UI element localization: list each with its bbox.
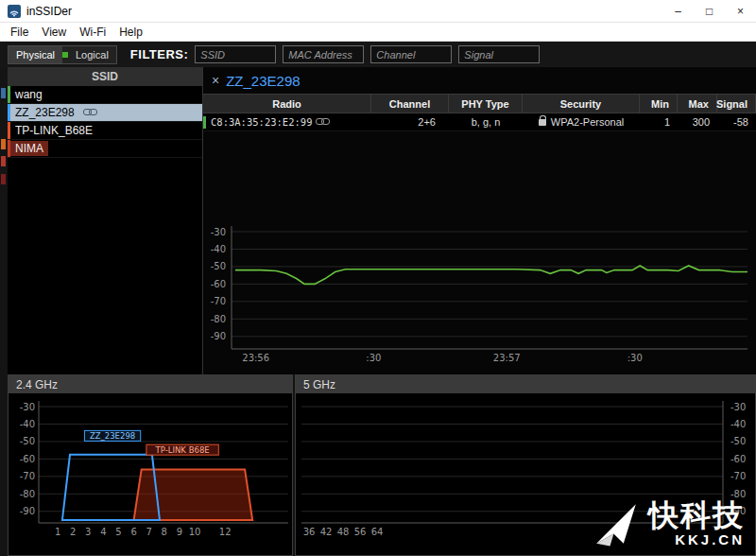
kkj-watermark: 快科技 KKJ.CN: [592, 499, 745, 548]
radio-cell: C8:3A:35:23:E2:99: [203, 113, 371, 130]
security-cell: WPA2-Personal: [523, 113, 640, 130]
menu-wifi[interactable]: Wi-Fi: [73, 26, 112, 39]
svg-text:4: 4: [100, 527, 106, 537]
edge-mark: [1, 174, 6, 184]
edge-mark: [1, 156, 6, 166]
watermark-text: 快科技 KKJ.CN: [648, 500, 745, 548]
svg-text:36: 36: [303, 527, 316, 537]
app-icon: [8, 5, 21, 18]
lock-icon: [539, 119, 546, 126]
signal-time-graph: -30-40-50-60-70-80-9023:56:3023:57:30: [203, 220, 756, 367]
svg-text:48: 48: [337, 527, 350, 537]
svg-text:8: 8: [162, 527, 167, 537]
menu-help[interactable]: Help: [112, 26, 149, 39]
kkj-logo-icon: [592, 499, 641, 548]
svg-text:6: 6: [130, 527, 136, 537]
inssider-window: inSSIDer – □ × FileViewWi-FiHelp Physica…: [0, 0, 756, 556]
svg-text:-60: -60: [20, 454, 35, 464]
ssid-list-item[interactable]: TP-LINK_B68E: [8, 122, 202, 140]
column-header-radio[interactable]: Radio: [203, 95, 371, 113]
min-cell: 1: [640, 113, 678, 130]
column-header-signal[interactable]: Signal: [717, 95, 756, 113]
svg-text:42: 42: [320, 527, 333, 537]
svg-text:TP-LINK B68E: TP-LINK B68E: [155, 445, 210, 455]
svg-text:-90: -90: [211, 331, 226, 341]
filter-input-signal[interactable]: [458, 45, 540, 63]
svg-text:-40: -40: [211, 244, 226, 254]
filter-bar: PhysicalLogical FILTERS:: [0, 42, 756, 67]
column-header-max[interactable]: Max: [678, 95, 717, 113]
titlebar: inSSIDer – □ ×: [0, 0, 756, 23]
ssid-label: NIMA: [10, 141, 48, 156]
ssid-label: ZZ_23E298: [10, 105, 79, 120]
maximize-button[interactable]: □: [694, 0, 725, 22]
phy-type-cell: b, g, n: [449, 113, 523, 130]
window-controls: – □ ×: [662, 0, 756, 22]
svg-text:2: 2: [70, 527, 76, 537]
svg-text:-70: -70: [20, 471, 35, 481]
svg-text:-30: -30: [730, 402, 746, 412]
ssid-list-item[interactable]: wang: [8, 86, 202, 104]
channel-cell: 2+6: [371, 113, 449, 130]
minimize-button[interactable]: –: [662, 0, 694, 22]
tab-close-icon[interactable]: ×: [212, 73, 219, 88]
svg-text:-60: -60: [211, 279, 226, 289]
link-icon: [316, 118, 329, 126]
column-header-min[interactable]: Min: [640, 95, 678, 113]
security-label: WPA2-Personal: [551, 116, 624, 128]
content-area: SSID wangZZ_23E298TP-LINK_B68ENIMA × ZZ_…: [0, 67, 756, 374]
detail-panel: × ZZ_23E298 RadioChannelPHY TypeSecurity…: [203, 67, 756, 374]
tab-title: ZZ_23E298: [226, 73, 300, 89]
panel-24ghz-header: 2.4 GHz: [9, 375, 292, 393]
ssid-list-item[interactable]: ZZ_23E298: [8, 104, 202, 122]
filters-label: FILTERS:: [130, 47, 189, 61]
svg-text:5: 5: [115, 527, 121, 537]
svg-text::30: :30: [627, 353, 643, 363]
channel-graph-24ghz: -30-40-50-60-70-80-901234567891012ZZ_23E…: [9, 393, 292, 555]
svg-text:64: 64: [371, 527, 384, 537]
svg-text:-70: -70: [730, 471, 746, 481]
menu-file[interactable]: File: [4, 26, 35, 39]
filter-input-channel[interactable]: [370, 45, 452, 63]
svg-text:23:57: 23:57: [493, 353, 521, 363]
left-edge-strip: [0, 67, 8, 374]
radio-table: RadioChannelPHY TypeSecurityMinMaxSignal…: [203, 94, 756, 131]
svg-text:-30: -30: [20, 402, 35, 412]
column-header-security[interactable]: Security: [523, 95, 640, 113]
max-cell: 300: [678, 113, 717, 130]
svg-text:ZZ_23E298: ZZ_23E298: [90, 431, 135, 441]
detail-tab[interactable]: × ZZ_23E298: [203, 67, 756, 94]
svg-text:10: 10: [189, 527, 201, 537]
svg-text:-80: -80: [211, 314, 226, 324]
toggle-physical[interactable]: Physical: [9, 46, 62, 63]
panel-5ghz-header: 5 GHz: [296, 375, 755, 393]
svg-text:56: 56: [354, 527, 367, 537]
close-button[interactable]: ×: [725, 0, 756, 22]
filter-input-mac-address[interactable]: [283, 45, 364, 63]
svg-text::30: :30: [366, 353, 381, 363]
panel-24ghz: 2.4 GHz -30-40-50-60-70-80-9012345678910…: [8, 374, 293, 556]
svg-text:3: 3: [85, 527, 91, 537]
ssid-label: wang: [10, 87, 47, 102]
svg-text:-40: -40: [20, 419, 35, 429]
filter-inputs: [188, 45, 540, 63]
svg-text:1: 1: [55, 527, 60, 537]
ssid-list-item[interactable]: NIMA: [8, 140, 202, 158]
svg-text:-70: -70: [211, 296, 226, 306]
window-title: inSSIDer: [26, 5, 72, 18]
filter-input-ssid[interactable]: [195, 45, 276, 63]
network-color-indicator: [203, 116, 206, 129]
column-header-phy-type[interactable]: PHY Type: [449, 95, 523, 113]
column-header-channel[interactable]: Channel: [371, 95, 449, 113]
svg-text:12: 12: [219, 527, 232, 537]
ssid-sidebar: SSID wangZZ_23E298TP-LINK_B68ENIMA: [8, 67, 203, 374]
toggle-logical[interactable]: Logical: [68, 46, 116, 63]
svg-text:-50: -50: [730, 436, 746, 446]
radio-row[interactable]: C8:3A:35:23:E2:992+6b, g, nWPA2-Personal…: [203, 113, 756, 131]
svg-text:-50: -50: [211, 261, 226, 271]
svg-text:-80: -80: [20, 489, 35, 499]
ssid-column-header[interactable]: SSID: [8, 67, 202, 86]
menu-view[interactable]: View: [35, 26, 73, 39]
svg-text:-60: -60: [730, 454, 746, 464]
radio-table-header: RadioChannelPHY TypeSecurityMinMaxSignal: [203, 94, 756, 113]
